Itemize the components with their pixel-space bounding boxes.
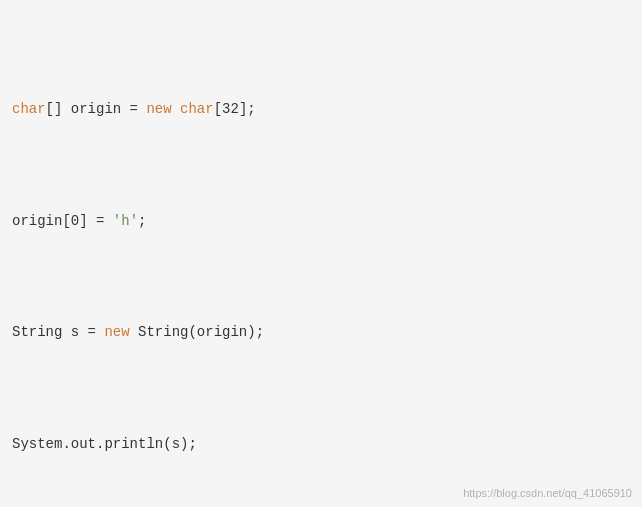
watermark: https://blog.csdn.net/qq_41065910: [463, 487, 632, 499]
code-block: char[] origin = new char[32]; origin[0] …: [12, 8, 630, 507]
code-line-1: char[] origin = new char[32];: [12, 98, 630, 120]
code-line-3: String s = new String(origin);: [12, 321, 630, 343]
code-container: char[] origin = new char[32]; origin[0] …: [0, 0, 642, 507]
code-line-2: origin[0] = 'h';: [12, 210, 630, 232]
code-line-4: System.out.println(s);: [12, 433, 630, 455]
